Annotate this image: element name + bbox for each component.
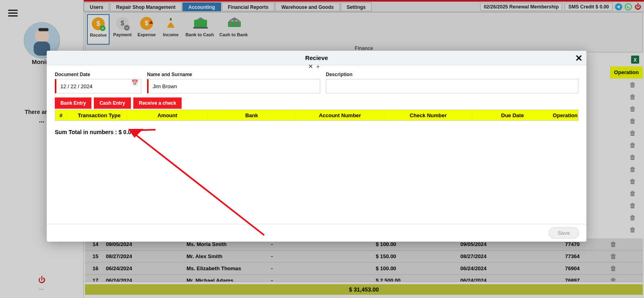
col-transaction-type: Transaction Type (67, 110, 128, 120)
cash-entry-button[interactable]: Cash Entry (94, 97, 130, 109)
col-bank: Bank (208, 110, 296, 120)
clear-name-icon[interactable]: ✕ (308, 63, 313, 70)
col-amount: Amount (127, 110, 207, 120)
description-input[interactable] (326, 79, 578, 93)
annotation-arrow (127, 126, 272, 239)
col-number: # (55, 110, 67, 120)
label-description: Description (326, 72, 578, 77)
save-button[interactable]: Save (549, 227, 579, 239)
col-check-number: Check Number (384, 110, 472, 120)
col-operation: Operation (553, 110, 578, 120)
document-date-input[interactable] (55, 79, 141, 93)
close-icon[interactable]: ✕ (575, 53, 582, 64)
bank-entry-button[interactable]: Bank Entry (55, 97, 91, 109)
col-account-number: Account Number (296, 110, 384, 120)
modal-title: Recieve (305, 54, 328, 61)
receive-modal: Recieve ✕ Document Date 📅 Name and Surna… (47, 51, 586, 242)
svg-line-25 (131, 131, 264, 235)
sum-total-label: Sum Total in numbers : $ 0.00 (55, 129, 578, 135)
modal-table-header: # Transaction Type Amount Bank Account N… (55, 110, 578, 121)
add-name-icon[interactable]: ＋ (315, 63, 321, 70)
label-document-date: Document Date (55, 72, 141, 77)
receive-check-button[interactable]: Receive a check (133, 97, 182, 109)
name-surname-input[interactable] (147, 79, 320, 93)
col-due-date: Due Date (472, 110, 553, 120)
label-name: Name and Surname (147, 72, 320, 77)
